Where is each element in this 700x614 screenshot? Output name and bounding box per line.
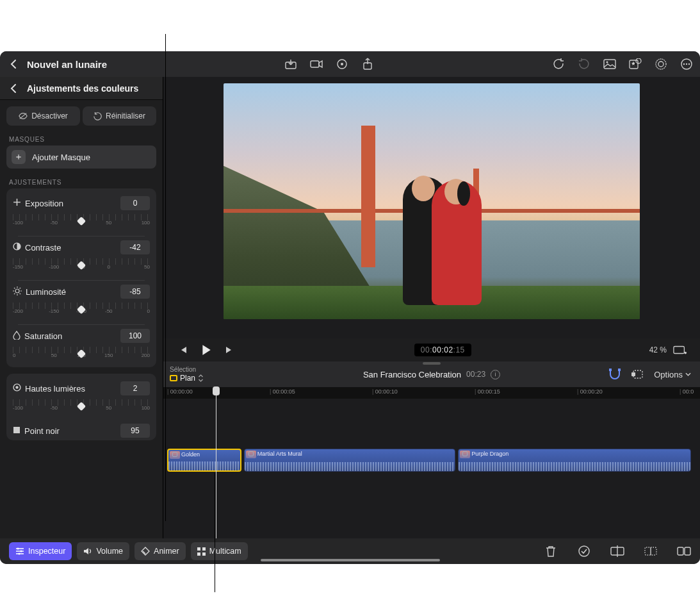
play-icon[interactable] [199,343,213,357]
adjustment-value[interactable]: -85 [120,285,150,299]
svg-rect-31 [609,369,612,371]
plan-mode-button[interactable]: Plan [170,374,204,383]
inspector-tab[interactable]: Inspecteur [9,542,72,560]
adjustment-value[interactable]: 95 [120,424,150,438]
svg-point-14 [688,63,690,65]
svg-line-23 [20,293,20,294]
delete-icon[interactable] [544,544,558,558]
more-icon[interactable] [680,57,694,71]
adjustment-icon [13,383,21,394]
svg-point-3 [341,63,343,65]
svg-line-25 [20,288,20,288]
callout-line [215,473,215,592]
ruler-tick: | 00:00:00 [167,388,193,395]
adjustment-hautes-lumières: Hautes lumières 2 -100-50050100 [6,378,156,420]
magnetic-icon[interactable] [608,367,622,381]
svg-rect-29 [674,347,685,354]
ruler-tick: | 00:0 [680,388,694,395]
options-button[interactable]: Options [654,370,691,379]
snapping-icon[interactable] [631,367,645,381]
svg-rect-39 [202,547,206,551]
svg-point-6 [606,62,608,63]
clip-checkbox[interactable] [248,451,254,456]
adjustment-value[interactable]: -42 [120,240,150,254]
adjustment-slider[interactable]: -100-50050100 [13,399,150,415]
multicam-tab[interactable]: Multicam [191,542,248,560]
clip-checkbox[interactable] [462,451,468,456]
adjustment-slider[interactable]: -200-150-100-500 [13,303,150,318]
track-row: Golden Martial Arts Mural Purple Dragon [167,449,696,473]
reset-button[interactable]: Réinitialiser [83,106,156,126]
adjustment-slider[interactable]: -150-100-50050 [13,258,150,274]
color-wheel-icon[interactable] [654,57,668,71]
next-frame-icon[interactable] [222,343,236,357]
adjustment-label: Exposition [25,199,63,208]
clip-title: Purple Dragon [471,451,509,457]
svg-point-36 [20,551,22,552]
prev-frame-icon[interactable] [176,343,190,357]
back-chevron-icon[interactable] [6,57,20,71]
ruler-tick: | 00:00:15 [475,388,500,395]
enable-icon[interactable] [577,544,591,558]
volume-tab[interactable]: Volume [77,542,129,560]
svg-point-12 [683,63,685,65]
adjustment-point-noir: Point noir 95 [6,420,156,440]
effects-icon[interactable] [628,57,642,71]
adjustment-saturation: Saturation 100 050100150200 [6,325,156,367]
panel-back-icon[interactable] [6,81,20,95]
svg-point-37 [19,553,20,555]
timeline-ruler[interactable]: | 00:00:00| 00:00:05| 00:00:10| 00:00:15… [163,387,700,399]
right-area: 00:00:02:15 42 % Sélection Plan [163,77,700,538]
import-icon[interactable] [284,57,298,71]
svg-point-13 [686,63,687,65]
svg-rect-40 [197,552,200,556]
svg-point-30 [684,352,687,354]
redo-icon[interactable] [577,57,591,71]
clip-purple-dragon[interactable]: Purple Dragon [458,449,690,472]
split-icon[interactable] [610,544,624,558]
svg-rect-32 [618,369,621,371]
camera-icon[interactable] [309,57,323,71]
viewer-mode-icon[interactable] [673,343,687,357]
inspector-panel: Ajustements des couleurs Désactiver Réin… [0,77,163,538]
adjustment-icon [13,426,20,436]
adjustment-value[interactable]: 2 [120,381,150,395]
adjustment-label: Contraste [25,243,61,253]
background-icon[interactable] [603,57,617,71]
adjustment-icon [13,242,21,253]
clip-checkbox[interactable] [172,452,177,457]
adjustment-label: Luminosité [26,287,66,297]
info-icon[interactable]: i [491,370,500,379]
adjustment-value[interactable]: 0 [120,196,150,210]
ruler-tick: | 00:00:20 [577,388,603,395]
svg-point-8 [636,58,641,63]
svg-line-24 [14,293,15,294]
undo-icon[interactable] [551,57,566,71]
share-icon[interactable] [361,57,375,71]
add-mask-button[interactable]: ＋ Ajouter Masque [6,145,156,169]
timeline[interactable]: | 00:00:00| 00:00:05| 00:00:10| 00:00:15… [163,387,700,538]
adjustment-slider[interactable]: -100-50050100 [13,214,150,229]
playhead[interactable] [216,387,216,538]
clip-martial-arts-mural[interactable]: Martial Arts Mural [244,449,455,472]
zoom-value[interactable]: 42 % [649,345,667,354]
preview-frame [224,83,640,319]
svg-rect-47 [678,547,683,555]
svg-rect-38 [197,547,200,551]
masks-section-label: MASQUES [0,132,163,145]
svg-rect-1 [311,61,319,67]
adjustment-label: Saturation [24,331,62,341]
svg-point-42 [579,546,589,556]
adjustment-value[interactable]: 100 [120,329,150,343]
adjustment-slider[interactable]: 050100150200 [13,347,150,362]
adjustment-exposition: Exposition 0 -100-50050100 [6,192,156,236]
disable-button[interactable]: Désactiver [6,106,80,126]
trim-icon[interactable] [644,544,658,558]
callout-line [165,34,166,521]
crop-icon[interactable] [677,544,691,558]
clip-golden[interactable]: Golden [167,449,241,472]
drag-handle-icon[interactable] [423,362,441,365]
timecode-display[interactable]: 00:00:02:15 [414,344,471,356]
voiceover-icon[interactable] [335,57,349,71]
animate-tab[interactable]: Animer [134,542,186,560]
